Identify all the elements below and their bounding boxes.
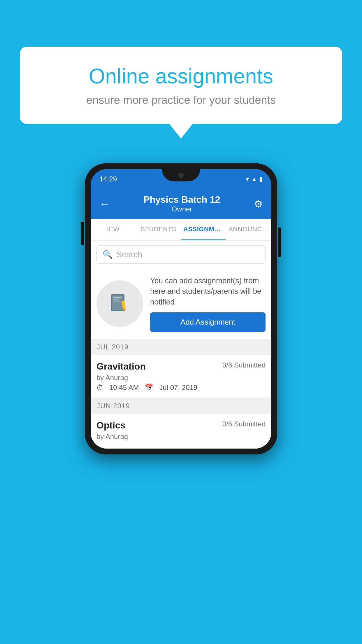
status-icons: ▾ ▲ ▮ (246, 176, 263, 183)
section-header-jun: JUN 2019 (91, 398, 271, 414)
tabs-bar: IEW STUDENTS ASSIGNMENTS ANNOUNCEMENTS (91, 219, 271, 241)
camera (178, 173, 184, 178)
status-time: 14:29 (99, 175, 117, 183)
wifi-icon: ▾ (246, 176, 249, 183)
svg-rect-4 (113, 301, 120, 302)
header-title-block: Physics Batch 12 Owner (143, 194, 220, 213)
speech-bubble-subtitle: ensure more practice for your students (43, 94, 319, 106)
assignment-item-optics[interactable]: Optics 0/6 Submitted by Anurag (91, 414, 271, 449)
assignment-by: by Anurag (96, 374, 266, 382)
speech-bubble-container: Online assignments ensure more practice … (20, 47, 342, 139)
info-card: You can add assignment(s) from here and … (91, 268, 271, 339)
assignment-top-row-optics: Optics 0/6 Submitted (96, 420, 266, 431)
tab-announcements[interactable]: ANNOUNCEMENTS (226, 219, 271, 240)
search-placeholder: Search (116, 250, 142, 259)
speech-bubble-title: Online assignments (43, 64, 319, 88)
phone-outer: 14:29 ▾ ▲ ▮ ← Physics Batch 12 Owner ⚙ (85, 163, 277, 454)
phone-screen: 14:29 ▾ ▲ ▮ ← Physics Batch 12 Owner ⚙ (91, 169, 271, 449)
settings-icon[interactable]: ⚙ (254, 198, 263, 210)
assignment-title: Gravitation (96, 361, 146, 372)
notch (162, 169, 200, 181)
tab-students[interactable]: STUDENTS (136, 219, 181, 240)
assignment-time: 10:45 AM (109, 384, 139, 392)
status-bar: 14:29 ▾ ▲ ▮ (91, 169, 271, 189)
search-bar[interactable]: 🔍 Search (96, 245, 266, 264)
notebook-icon (108, 292, 131, 315)
info-description: You can add assignment(s) from here and … (150, 275, 266, 307)
signal-icon: ▲ (251, 176, 257, 183)
app-header: ← Physics Batch 12 Owner ⚙ (91, 189, 271, 219)
assignment-submitted: 0/6 Submitted (222, 361, 266, 369)
svg-rect-2 (113, 297, 122, 298)
assignment-top-row: Gravitation 0/6 Submitted (96, 361, 266, 372)
notebook-icon-circle (96, 280, 143, 327)
svg-rect-3 (113, 299, 119, 300)
add-assignment-button[interactable]: Add Assignment (150, 312, 266, 332)
assignment-meta: ⏱ 10:45 AM 📅 Jul 07, 2019 (96, 384, 266, 392)
info-text-block: You can add assignment(s) from here and … (150, 275, 266, 332)
time-icon: ⏱ (96, 384, 103, 392)
phone: 14:29 ▾ ▲ ▮ ← Physics Batch 12 Owner ⚙ (85, 163, 277, 454)
search-icon: 🔍 (103, 250, 113, 259)
tab-iew[interactable]: IEW (91, 219, 136, 240)
assignment-item-gravitation[interactable]: Gravitation 0/6 Submitted by Anurag ⏱ 10… (91, 355, 271, 398)
assignment-by-optics: by Anurag (96, 433, 266, 441)
assignment-date: Jul 07, 2019 (159, 384, 197, 392)
speech-bubble-arrow (169, 124, 193, 139)
section-header-jul: JUL 2019 (91, 339, 271, 355)
assignment-submitted-optics: 0/6 Submitted (222, 420, 266, 428)
header-title: Physics Batch 12 (143, 194, 220, 205)
calendar-icon: 📅 (145, 384, 153, 392)
search-bar-wrap: 🔍 Search (91, 241, 271, 268)
battery-icon: ▮ (259, 176, 263, 183)
header-subtitle: Owner (143, 205, 220, 213)
tab-assignments[interactable]: ASSIGNMENTS (181, 219, 226, 240)
assignment-title-optics: Optics (96, 420, 126, 431)
back-button[interactable]: ← (99, 198, 110, 210)
speech-bubble: Online assignments ensure more practice … (20, 47, 342, 124)
